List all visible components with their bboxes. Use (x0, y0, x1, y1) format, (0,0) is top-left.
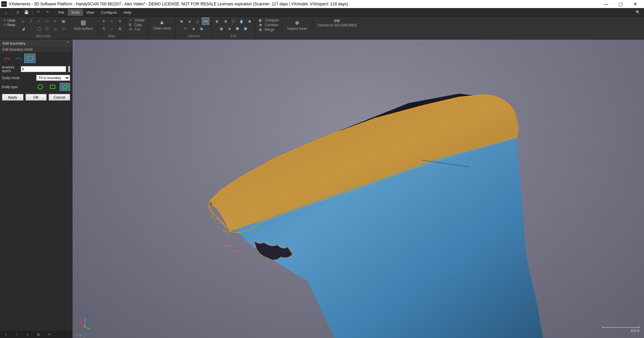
statusbar-item-1[interactable]: ⫴ (2, 331, 10, 337)
redo-button[interactable]: ↷Redo (3, 23, 15, 27)
entity-plane-icon[interactable]: ▱ (19, 17, 27, 25)
axes-labels: X Y Z (75, 334, 86, 337)
undo-button[interactable]: ↶Undo (3, 19, 15, 22)
boundary-mode-2[interactable] (13, 54, 24, 63)
svg-rect-0 (27, 56, 33, 60)
axes-triad (75, 315, 94, 333)
boundary-mode-3[interactable] (24, 54, 36, 63)
entity-curve-icon[interactable]: ∿ (52, 17, 59, 25)
entity-point-icon[interactable]: · (28, 25, 35, 32)
improve-tool-2-icon[interactable]: ▲ (186, 17, 193, 25)
cut-button[interactable]: ✂Cut (129, 27, 145, 32)
entity-sphere-icon[interactable]: ◯ (36, 25, 43, 32)
edit-tool-2-icon[interactable]: ◑ (222, 17, 229, 25)
menu-view[interactable]: View (83, 9, 98, 16)
edit-tool-1-icon[interactable]: ◐ (214, 17, 221, 25)
panel-buttons: Apply OK Cancel (0, 92, 72, 103)
align-tool-6-icon[interactable]: ⊕ (116, 25, 123, 32)
edit-tool-6-icon[interactable]: ▣ (218, 25, 225, 32)
entity-type-ellipse[interactable] (60, 83, 70, 91)
statusbar-item-3[interactable]: ≡ (23, 331, 32, 337)
collapse-icon[interactable]: ⌃ (66, 41, 69, 45)
edit-tool-5-icon[interactable]: ◆ (246, 17, 253, 25)
align-tool-4-icon[interactable]: ↯ (100, 25, 107, 32)
edit-tool-4-icon[interactable]: 💧 (238, 17, 245, 25)
improve-tool-1-icon[interactable]: ◆ (178, 17, 185, 25)
improve-tool-5-icon[interactable]: ▽ (182, 25, 189, 32)
new-file-icon[interactable]: 🗋 (14, 9, 22, 16)
edit-boundary-icon[interactable] (202, 17, 209, 25)
entity-slot-icon[interactable]: ⬭ (60, 25, 67, 32)
improve-tool-7-icon[interactable]: ◉ (198, 25, 205, 32)
combine-button[interactable]: ⊕Combine (259, 23, 279, 27)
home-icon[interactable]: ⌂ (2, 9, 10, 16)
copy-button[interactable]: ⎘Copy (129, 23, 145, 27)
maximize-button[interactable]: ▢ (613, 0, 628, 8)
panel-header[interactable]: Edit boundary ⌃ (0, 40, 72, 47)
svg-point-12 (84, 326, 86, 328)
window-title: VXelements - 3D Software Platform - Hand… (9, 2, 598, 6)
solidworks-icon: SW (334, 19, 340, 23)
align-tool-3-icon[interactable]: ✶ (116, 17, 123, 25)
delete-button[interactable]: ✕Delete (129, 18, 145, 22)
inspect-mesh-button[interactable]: ◈ Inspect mesh (284, 17, 310, 32)
entity-type-rectangle[interactable] (47, 83, 58, 91)
ribbon-group-align: ✦ ✧ ✶ ↯ ↔ ⊕ Align (98, 17, 126, 39)
entity-cone-icon[interactable]: △ (52, 25, 59, 32)
analysis-layers-input[interactable] (21, 66, 66, 72)
entity-cylinder-icon[interactable]: ⬡ (44, 25, 51, 32)
quick-access-bar: ⌂ 🗋 💾 ↶ ↷ File Tools View Configure Help… (0, 8, 644, 17)
clean-mesh-button[interactable]: ▲ Clean mesh (150, 17, 173, 32)
edit-tool-7-icon[interactable]: ◈ (226, 25, 233, 32)
undo-icon[interactable]: ↶ (34, 9, 42, 16)
menu-file[interactable]: File (55, 9, 68, 16)
ribbon-group-clean-mesh: ▲ Clean mesh (148, 17, 176, 39)
transfer-solidworks-button[interactable]: SW Transfer to SOLIDWORKS (314, 17, 360, 29)
minimize-button[interactable]: — (598, 0, 613, 8)
svg-line-6 (79, 321, 85, 327)
edit-tool-3-icon[interactable]: ⬡ (230, 17, 237, 25)
entity-ellipse-icon[interactable]: ⬭ (44, 17, 51, 25)
ok-button[interactable]: OK (25, 94, 47, 101)
entity-surface-icon[interactable]: ▦ (60, 17, 67, 25)
boundary-mode-1[interactable] (1, 54, 13, 63)
auto-surface-button[interactable]: ▦ Auto surface (71, 17, 96, 32)
menu-tools[interactable]: Tools (68, 9, 83, 16)
statusbar-item-2[interactable]: ⫶ (13, 331, 21, 337)
improve-tool-6-icon[interactable]: ◈ (190, 25, 197, 32)
svg-point-1 (38, 84, 43, 89)
viewport-3d[interactable]: ‹ (72, 40, 644, 338)
compare-button[interactable]: ◐Compare (259, 18, 279, 22)
analysis-layers-spinner[interactable]: ▴▾ (68, 66, 70, 72)
close-button[interactable]: ✕ (628, 0, 643, 8)
merge-button[interactable]: ⊗Merge (259, 27, 279, 32)
menu-configure[interactable]: Configure (98, 9, 120, 16)
search-icon[interactable]: 🔍 (634, 9, 642, 16)
ribbon-group-improve: ◆ ▲ △ ▽ ◈ ◉ Improve (176, 17, 212, 39)
auto-surface-icon: ▦ (80, 19, 86, 26)
statusbar-item-4[interactable]: ⊞ (34, 331, 42, 337)
menubar: File Tools View Configure Help (55, 9, 135, 16)
entity-mode-select[interactable]: Fit to boundary (36, 75, 70, 81)
svg-marker-11 (84, 319, 86, 320)
align-tool-2-icon[interactable]: ✧ (108, 17, 115, 25)
align-tool-1-icon[interactable]: ✦ (100, 17, 107, 25)
improve-tool-3-icon[interactable]: △ (194, 17, 201, 25)
viewport-collapse-icon[interactable]: ‹ (74, 41, 78, 46)
ribbon-label-improve: Improve (187, 34, 200, 39)
entity-circle-icon[interactable]: ○ (36, 17, 43, 25)
save-icon[interactable]: 💾 (22, 9, 31, 16)
align-tool-5-icon[interactable]: ↔ (108, 25, 115, 32)
boundary-mode-icons (0, 52, 72, 64)
entity-edge-icon[interactable]: ◢ (19, 25, 27, 32)
apply-button[interactable]: Apply (2, 94, 23, 101)
edit-tool-9-icon[interactable]: ⬣ (242, 25, 249, 32)
entity-line-icon[interactable]: ╱ (28, 17, 35, 25)
edit-tool-8-icon[interactable]: ⬢ (234, 25, 241, 32)
redo-icon[interactable]: ↷ (43, 9, 51, 16)
cancel-button[interactable]: Cancel (49, 94, 70, 101)
statusbar-item-5[interactable]: ∿ (45, 331, 53, 337)
ribbon-group-inspect: ◈ Inspect mesh (282, 17, 312, 39)
entity-type-circle[interactable] (35, 83, 45, 91)
menu-help[interactable]: Help (120, 9, 135, 16)
